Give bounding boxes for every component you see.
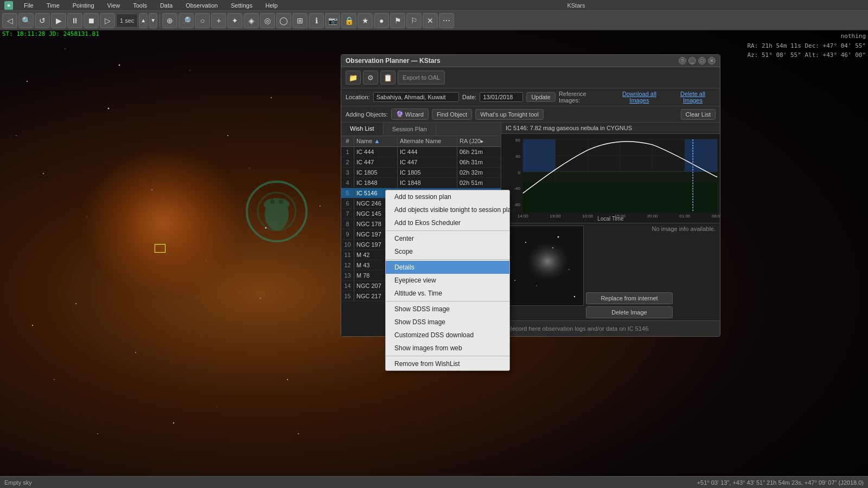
status-left: Empty sky bbox=[4, 479, 32, 486]
toolbar-step-down[interactable]: ▼ bbox=[149, 13, 157, 28]
ctx-sep-2 bbox=[386, 259, 509, 260]
toolbar-lock[interactable]: 🔒 bbox=[341, 13, 356, 28]
time-step: 1 sec bbox=[116, 14, 138, 28]
toolbar-filter1[interactable]: ◈ bbox=[244, 13, 259, 28]
toolbar-forward-btn[interactable]: ▷ bbox=[100, 13, 115, 28]
svg-point-66 bbox=[514, 280, 515, 281]
ctx-sep-1 bbox=[386, 230, 509, 231]
toolbar-flag2[interactable]: ⚐ bbox=[406, 13, 422, 28]
target-rectangle bbox=[155, 244, 165, 253]
open-file-button[interactable]: 📁 bbox=[346, 70, 361, 85]
toolbar-nebula[interactable]: ◯ bbox=[276, 13, 291, 28]
ctx-show-sdss[interactable]: Show SDSS image bbox=[386, 303, 509, 316]
update-button[interactable]: Update bbox=[526, 92, 555, 102]
ctx-remove-wishlist[interactable]: Remove from WishList bbox=[386, 357, 509, 370]
kstars-logo bbox=[244, 179, 309, 246]
export-oal-button[interactable]: Export to OAL bbox=[398, 70, 445, 85]
help-button[interactable]: ? bbox=[679, 57, 686, 65]
status-right: +51° 03' 13", +43° 43' 51" 21h 54m 23s, … bbox=[697, 479, 864, 486]
ctx-customized-dss[interactable]: Customized DSS download bbox=[386, 329, 509, 342]
nebula-glow bbox=[87, 152, 239, 293]
close-planner-button[interactable]: ✕ bbox=[708, 57, 716, 65]
st-display: ST: 18:11:28 JD: 2458131.81 bbox=[2, 30, 153, 39]
menu-item-data[interactable]: Data bbox=[158, 2, 175, 9]
settings-button[interactable]: ⚙ bbox=[363, 70, 378, 85]
toolbar-more[interactable]: ⋯ bbox=[439, 13, 454, 28]
toolbar-asterism[interactable]: ✦ bbox=[227, 13, 242, 28]
toolbar-flag[interactable]: ⚑ bbox=[390, 13, 405, 28]
ctx-altitude-time[interactable]: Altitude vs. Time bbox=[386, 287, 509, 300]
menu-item-view[interactable]: View bbox=[105, 2, 123, 9]
toolbar-back-btn[interactable]: ◁ bbox=[2, 13, 17, 28]
svg-point-31 bbox=[279, 200, 283, 204]
menu-item-file[interactable]: File bbox=[22, 2, 36, 9]
delete-all-images-button[interactable]: Delete all Images bbox=[670, 91, 716, 104]
toolbar-star[interactable]: ★ bbox=[358, 13, 373, 28]
planner-info-button[interactable]: 📋 bbox=[380, 70, 395, 85]
coords-panel: nothing RA: 21h 54m 11s Dec: +47° 04' 55… bbox=[747, 31, 866, 60]
wish-list-tab[interactable]: Wish List bbox=[341, 123, 384, 136]
planner-toolbar: 📁 ⚙ 📋 Export to OAL bbox=[341, 67, 720, 88]
clear-list-button[interactable]: Clear List bbox=[681, 109, 716, 120]
find-object-button[interactable]: Find Object bbox=[432, 109, 472, 120]
maximize-button[interactable]: □ bbox=[698, 57, 706, 65]
replace-from-internet-button[interactable]: Replace from internet bbox=[586, 292, 673, 304]
table-row[interactable]: 4 IC 1848 IC 1848 02h 51m bbox=[341, 178, 501, 188]
toolbar-close[interactable]: ✕ bbox=[423, 13, 438, 28]
ra-dec-display: RA: 21h 54m 11s Dec: +47° 04' 55" bbox=[747, 41, 866, 51]
ctx-details[interactable]: Details bbox=[386, 261, 509, 274]
toolbar-play-btn[interactable]: ▶ bbox=[51, 13, 66, 28]
toolbar-zoom-in-btn[interactable]: 🔍 bbox=[18, 13, 34, 28]
table-row[interactable]: 1 IC 444 IC 444 06h 21m bbox=[341, 147, 501, 157]
location-input[interactable] bbox=[373, 92, 459, 102]
right-panel: IC 5146: 7.82 mag gaseous nebula in CYGN… bbox=[501, 123, 720, 336]
svg-text:0: 0 bbox=[518, 170, 520, 175]
toolbar-zoom-out[interactable]: 🔎 bbox=[178, 13, 194, 28]
toolbar-crosshair[interactable]: ⊕ bbox=[162, 13, 177, 28]
toolbar-info[interactable]: ℹ bbox=[309, 13, 324, 28]
toolbar-grid[interactable]: ⊞ bbox=[292, 13, 308, 28]
table-row[interactable]: 3 IC 1805 IC 1805 02h 32m bbox=[341, 168, 501, 178]
svg-point-68 bbox=[536, 285, 537, 286]
toolbar-stop-btn[interactable]: ⏹ bbox=[84, 13, 99, 28]
ctx-center[interactable]: Center bbox=[386, 232, 509, 245]
toolbar-satellite[interactable]: + bbox=[211, 13, 226, 28]
table-row[interactable]: 2 IC 447 IC 447 06h 31m bbox=[341, 157, 501, 168]
date-input[interactable] bbox=[480, 92, 523, 102]
menu-item-observation[interactable]: Observation bbox=[183, 2, 220, 9]
minimize-button[interactable]: _ bbox=[688, 57, 696, 65]
nebula-image-svg bbox=[504, 226, 583, 305]
ctx-show-dss[interactable]: Show DSS image bbox=[386, 316, 509, 329]
menu-item-pointing[interactable]: Pointing bbox=[71, 2, 97, 9]
adding-objects-bar: Adding Objects: 🔮 Wizard Find Object Wha… bbox=[341, 106, 720, 123]
nothing-label: nothing bbox=[747, 31, 866, 41]
ctx-show-web[interactable]: Show images from web bbox=[386, 342, 509, 355]
whats-up-button[interactable]: What's up Tonight tool bbox=[475, 109, 544, 120]
toolbar-pause-btn[interactable]: ⏸ bbox=[67, 13, 82, 28]
menu-item-tools[interactable]: Tools bbox=[131, 2, 149, 9]
ctx-eyepiece[interactable]: Eyepiece view bbox=[386, 274, 509, 287]
delete-image-button[interactable]: Delete Image bbox=[586, 306, 673, 318]
ctx-add-visible-tonight[interactable]: Add objects visible tonight to session p… bbox=[386, 203, 509, 216]
ctx-add-ekos[interactable]: Add to Ekos Scheduler bbox=[386, 216, 509, 229]
image-buttons: Replace from internet Delete Image bbox=[586, 292, 673, 318]
toolbar-step-up[interactable]: ▲ bbox=[139, 13, 148, 28]
session-plan-tab[interactable]: Session Plan bbox=[384, 123, 436, 136]
toolbar-planet[interactable]: ○ bbox=[195, 13, 210, 28]
menu-item-help[interactable]: Help bbox=[263, 2, 280, 9]
wizard-button[interactable]: 🔮 Wizard bbox=[391, 108, 429, 120]
download-all-images-button[interactable]: Download all Images bbox=[612, 91, 667, 104]
svg-text:06:00: 06:00 bbox=[712, 214, 720, 219]
toolbar-circle[interactable]: ● bbox=[374, 13, 389, 28]
toolbar-camera[interactable]: 📷 bbox=[325, 13, 340, 28]
main-toolbar: ◁ 🔍 ↺ ▶ ⏸ ⏹ ▷ 1 sec ▲ ▼ ⊕ 🔎 ○ + ✦ ◈ ◎ ◯ … bbox=[0, 11, 868, 30]
toolbar-filter2[interactable]: ◎ bbox=[260, 13, 275, 28]
ctx-add-session-plan[interactable]: Add to session plan bbox=[386, 190, 509, 203]
app-icon: ★ bbox=[4, 1, 13, 10]
toolbar-refresh-btn[interactable]: ↺ bbox=[35, 13, 50, 28]
menu-item-time[interactable]: Time bbox=[44, 2, 62, 9]
ctx-scope[interactable]: Scope bbox=[386, 245, 509, 258]
image-area: No image info available. bbox=[501, 223, 720, 321]
svg-point-30 bbox=[270, 200, 275, 204]
menu-item-settings[interactable]: Settings bbox=[228, 2, 254, 9]
